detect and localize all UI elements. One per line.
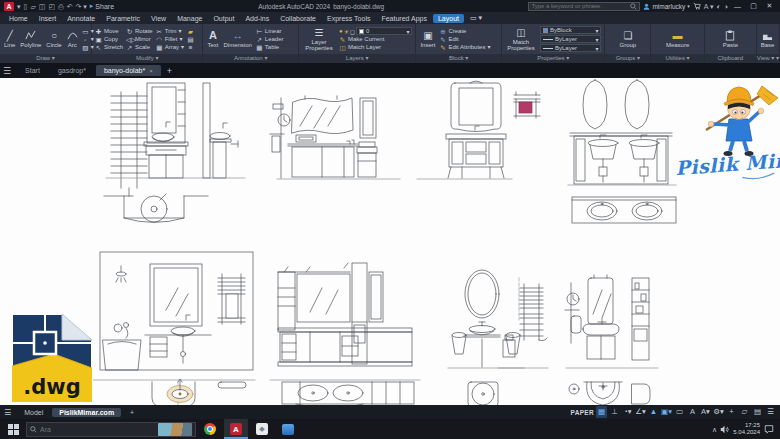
dimension-button[interactable]: ↔Dimension (222, 25, 252, 53)
base-view-button[interactable]: Base (760, 25, 776, 53)
close-button[interactable]: ✕ (763, 2, 776, 10)
plot-icon[interactable]: ⎙ (58, 2, 64, 11)
annotation-visibility-icon[interactable]: ▭ (674, 406, 685, 418)
notification-center-icon[interactable] (764, 424, 774, 434)
new-layout-button[interactable]: + (123, 408, 141, 417)
explode-icon[interactable]: ▤ (187, 36, 194, 43)
move-button[interactable]: ✚Move (95, 28, 123, 35)
plan-view-half-round-basin[interactable] (569, 382, 650, 405)
layer-select-dropdown[interactable]: 0▾ (356, 27, 412, 35)
tab-output[interactable]: Output (208, 14, 239, 23)
model-tab[interactable]: Model (17, 408, 50, 417)
autodesk-apps-icon[interactable]: A ▾ (704, 2, 714, 11)
match-properties-button[interactable]: ◫Match Properties (505, 25, 537, 53)
panel-title-layers[interactable]: Layers ▾ (299, 54, 415, 63)
taskbar-clock[interactable]: 17:25 5.04.2024 (733, 422, 760, 437)
close-tab-icon[interactable]: × (149, 68, 153, 74)
leader-button[interactable]: ↗Leader (256, 36, 284, 43)
grid-display-icon[interactable]: ▦ (596, 406, 607, 418)
ribbon-collapse-icon[interactable]: ▭ ▾ (465, 13, 487, 23)
fixture-side-cabinets[interactable] (357, 98, 377, 177)
tab-annotate[interactable]: Annotate (62, 14, 100, 23)
maximize-button[interactable]: ▢ (747, 2, 760, 10)
layer-bulb-icon[interactable]: ● (339, 28, 343, 34)
plan-view-double-basin[interactable] (572, 197, 676, 223)
tab-collaborate[interactable]: Collaborate (275, 14, 321, 23)
fixture-classic-vanity[interactable] (446, 81, 506, 178)
panel-title-view[interactable]: View ▾ ▾ (757, 54, 779, 63)
arc-button[interactable]: Arc (66, 25, 79, 53)
erase-icon[interactable]: ▰ (187, 28, 194, 35)
app-menu-dropdown-icon[interactable]: ▾ (17, 2, 21, 11)
app-taskbar-icon-1[interactable]: ◆ (250, 419, 274, 439)
isometric-drafting-icon[interactable]: ∠▾ (635, 406, 646, 418)
annotation-scale-icon[interactable]: A▾ (700, 406, 711, 418)
layer-lock-icon[interactable]: ◻ (350, 28, 355, 35)
file-tab-banyo-dolab[interactable]: banyo-dolab*× (96, 65, 161, 76)
speaker-icon[interactable] (720, 425, 729, 434)
open-file-icon[interactable]: ▱ (30, 2, 35, 11)
match-layer-button[interactable]: ◫Match Layer (339, 44, 412, 51)
tab-home[interactable]: Home (4, 14, 33, 23)
redo-icon[interactable]: ↷ ▾ (76, 2, 87, 11)
copy-button[interactable]: ▣Copy (95, 36, 123, 43)
file-tab-menu-icon[interactable]: ☰ (3, 66, 11, 76)
object-color-dropdown[interactable]: ByBlock▾ (540, 26, 601, 34)
fixture-vanity-front-view[interactable] (144, 83, 188, 178)
panel-title-properties[interactable]: Properties ▾ (502, 54, 604, 63)
panel-title-block[interactable]: Block ▾ (416, 54, 501, 63)
panel-title-draw[interactable]: Draw ▾ (0, 54, 91, 63)
array-button[interactable]: ▦Array ▾ (156, 44, 184, 51)
offset-icon[interactable]: ≡ (187, 44, 194, 51)
clean-screen-icon[interactable]: ▤ (752, 406, 763, 418)
tab-view[interactable]: View (146, 14, 171, 23)
taskbar-search-input[interactable] (40, 426, 155, 433)
plan-view-single-basin[interactable] (104, 194, 208, 223)
edit-block-button[interactable]: ✎Edit (439, 36, 490, 43)
fixture-mirror-vanity-small[interactable] (565, 275, 619, 359)
snap-mode-icon[interactable]: ⊥ (609, 406, 620, 418)
save-as-icon[interactable]: ◰ (48, 2, 55, 11)
drawing-canvas[interactable]: Pislik Mimar .dwg (0, 78, 780, 405)
help-circle-icon[interactable]: ◐ (717, 2, 721, 11)
polar-tracking-icon[interactable]: ◔▾ (622, 406, 633, 418)
tab-manage[interactable]: Manage (172, 14, 207, 23)
stretch-button[interactable]: ↖Stretch (95, 44, 123, 51)
table-button[interactable]: ▦Table (256, 44, 284, 51)
layout-tab-pislikmimar[interactable]: PislikMimar.com (52, 408, 121, 417)
minimize-button[interactable]: — (731, 3, 744, 10)
rotate-button[interactable]: ↻Rotate (126, 28, 153, 35)
panel-title-utilities[interactable]: Utilities ▾ (651, 54, 704, 63)
fixture-towel-shelf[interactable] (514, 92, 540, 118)
new-file-icon[interactable]: ▯ (24, 2, 28, 11)
tab-featured-apps[interactable]: Featured Apps (376, 14, 432, 23)
make-current-button[interactable]: ✎Make Current (339, 36, 412, 43)
mirror-button[interactable]: ◁▷Mirror (126, 36, 153, 43)
help-search-box[interactable] (528, 2, 640, 11)
fixture-bathroom-elevation[interactable] (100, 252, 253, 370)
create-block-button[interactable]: ⊕Create (439, 28, 490, 35)
taskbar-search-box[interactable] (26, 422, 196, 437)
insert-block-button[interactable]: ▣Insert (419, 25, 436, 53)
new-drawing-tab-button[interactable]: + (163, 66, 176, 76)
plan-view-round-basin[interactable] (468, 382, 498, 405)
edit-attributes-button[interactable]: ✎Edit Attributes ▾ (439, 44, 490, 51)
save-icon[interactable]: ◫ (39, 2, 46, 11)
weather-widget-image[interactable] (158, 423, 192, 436)
undo-icon[interactable]: ↶ (67, 2, 73, 11)
scale-button[interactable]: ↗Scale (126, 44, 153, 51)
layer-properties-button[interactable]: ☰Layer Properties (302, 25, 336, 53)
group-button[interactable]: ❏Group (619, 25, 638, 53)
file-tab-start[interactable]: Start (17, 65, 48, 76)
paste-button[interactable]: Paste (722, 25, 739, 53)
fixture-shower-column[interactable] (270, 98, 290, 178)
layer-sun-icon[interactable]: ☀ (344, 28, 349, 35)
fixture-tall-cabinet[interactable] (632, 278, 649, 360)
circle-button[interactable]: ○Circle (45, 25, 62, 53)
layout-menu-icon[interactable]: ☰ (4, 408, 11, 417)
signed-in-user[interactable]: mimarlucky ▾ (643, 3, 689, 10)
plan-view-oval-basin[interactable] (152, 379, 246, 405)
tab-addins[interactable]: Add-ins (240, 14, 274, 23)
linear-button[interactable]: ⊢Linear (256, 28, 284, 35)
fixture-wall-unit[interactable] (278, 263, 412, 366)
